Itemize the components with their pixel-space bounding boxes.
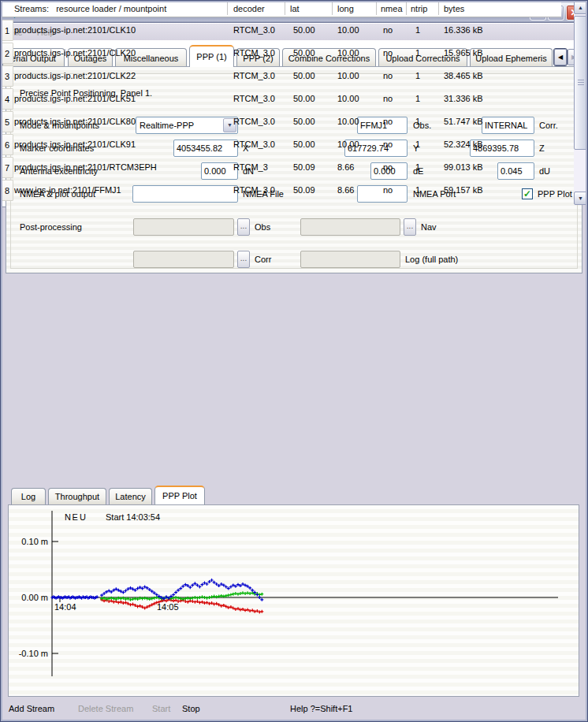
- post-obs-browse-button[interactable]: ...: [237, 218, 250, 236]
- cell-long: 8.66: [337, 179, 354, 202]
- svg-text:0.10 m: 0.10 m: [21, 537, 48, 546]
- cell-bytes: 38.465 kB: [444, 65, 483, 87]
- row-number[interactable]: 2: [1, 43, 13, 64]
- tab-throughput[interactable]: Throughput: [48, 488, 106, 504]
- row-number[interactable]: 4: [1, 88, 13, 110]
- triangle-up-icon: ▲: [578, 5, 583, 10]
- cell-lat: 50.00: [293, 42, 315, 65]
- post-corr-field: [133, 251, 234, 268]
- cell-mountpoint: www.igs-ip.net:2101/FFMJ1: [14, 179, 121, 202]
- delete-stream-button: Delete Stream: [78, 704, 133, 713]
- action-bar: Help ?=Shift+F1 Add StreamDelete StreamS…: [2, 698, 586, 720]
- stop-button[interactable]: Stop: [182, 704, 200, 713]
- help-shortcut-label: Help ?=Shift+F1: [290, 704, 353, 713]
- scroll-down-button[interactable]: ▼: [574, 192, 587, 205]
- cell-nmea: no: [383, 42, 393, 65]
- svg-text:14:04: 14:04: [54, 602, 76, 612]
- post-nav-browse-button[interactable]: ...: [404, 218, 416, 236]
- post-obs-label: Obs: [255, 218, 270, 236]
- post-corr-label: Corr: [255, 251, 271, 268]
- svg-text:E: E: [73, 512, 78, 522]
- cell-mountpoint: products.igs-ip.net:2101/CLK91: [14, 133, 136, 156]
- tab-log[interactable]: Log: [11, 488, 46, 504]
- cell-lat: 50.09: [293, 179, 315, 202]
- col-bytes[interactable]: bytes: [444, 0, 464, 17]
- row-number[interactable]: 8: [1, 180, 13, 201]
- cell-ntrip: 1: [415, 19, 420, 42]
- cell-lat: 50.00: [293, 19, 315, 42]
- post-nav-label: Nav: [421, 218, 437, 236]
- table-row[interactable]: 4products.igs-ip.net:2101/CLK51RTCM_3.05…: [0, 87, 561, 110]
- row-number[interactable]: 3: [1, 65, 13, 87]
- cell-bytes: 15.965 kB: [444, 42, 483, 65]
- row-number[interactable]: 6: [1, 134, 13, 155]
- cell-decoder: RTCM_3.0: [233, 65, 275, 87]
- cell-ntrip: 1: [415, 179, 420, 202]
- cell-long: 10.00: [337, 110, 359, 133]
- svg-text:-0.10 m: -0.10 m: [19, 649, 48, 658]
- cell-long: 10.00: [337, 19, 359, 42]
- cell-nmea: no: [383, 110, 393, 133]
- col-streams[interactable]: Streams: resource loader / mountpoint: [14, 0, 166, 17]
- cell-decoder: RTCM_3.0: [233, 133, 275, 156]
- cell-lat: 50.00: [293, 87, 315, 110]
- streams-table-header: Streams: resource loader / mountpoint de…: [0, 0, 561, 17]
- cell-lat: 50.09: [293, 156, 315, 179]
- svg-text:N: N: [65, 512, 71, 522]
- start-button: Start: [152, 704, 170, 713]
- tab-ppp-1-[interactable]: PPP (1): [189, 45, 234, 67]
- table-scrollbar[interactable]: ▲ ▼: [574, 1, 587, 205]
- triangle-down-icon: ▼: [578, 195, 583, 201]
- svg-text:0.00 m: 0.00 m: [21, 593, 48, 602]
- post-label: Post-processing: [20, 218, 82, 236]
- row-number[interactable]: 1: [1, 20, 13, 41]
- cell-mountpoint: products.igs-ip.net:2101/CLK51: [14, 87, 136, 110]
- post-log-label: Log (full path): [405, 251, 458, 268]
- cell-nmea: no: [383, 133, 393, 156]
- cell-long: 10.00: [337, 133, 359, 156]
- table-row[interactable]: 5products.igs-ip.net:2101/CLK80RTCM_3.05…: [0, 110, 561, 133]
- cell-lat: 50.00: [293, 110, 315, 133]
- output-tab-strip: LogThroughputLatencyPPP Plot: [0, 486, 588, 504]
- cell-decoder: RTCM_3.0: [233, 42, 275, 65]
- cell-decoder: RTCM_3.0: [233, 110, 275, 133]
- cell-ntrip: 1: [415, 133, 420, 156]
- col-decoder[interactable]: decoder: [233, 0, 265, 17]
- cell-mountpoint: products.igs-ip.net:2101/RTCM3EPH: [14, 156, 157, 179]
- streams-table: Streams: resource loader / mountpoint de…: [0, 0, 577, 207]
- tab-ppp-plot[interactable]: PPP Plot: [154, 486, 205, 504]
- cell-long: 10.00: [337, 65, 359, 87]
- table-row[interactable]: 7products.igs-ip.net:2101/RTCM3EPHRTCM_3…: [0, 156, 561, 179]
- table-row[interactable]: 3products.igs-ip.net:2101/CLK22RTCM_3.05…: [0, 65, 561, 87]
- row-number[interactable]: 5: [1, 111, 13, 132]
- cell-mountpoint: products.igs-ip.net:2101/CLK20: [14, 42, 136, 65]
- cell-decoder: RTCM_3.0: [233, 19, 275, 42]
- svg-text:Start 14:03:54: Start 14:03:54: [106, 512, 160, 522]
- table-row[interactable]: 8www.igs-ip.net:2101/FFMJ1RTCM_3.050.098…: [0, 179, 561, 202]
- scroll-up-button[interactable]: ▲: [574, 1, 587, 14]
- col-long[interactable]: long: [337, 0, 354, 17]
- cell-nmea: no: [383, 65, 393, 87]
- post-nav-field: [300, 218, 400, 236]
- row-number[interactable]: 7: [1, 157, 13, 178]
- post-corr-browse-button[interactable]: ...: [237, 251, 250, 268]
- table-row[interactable]: 1products.igs-ip.net:2101/CLK10RTCM_3.05…: [0, 19, 561, 42]
- col-nmea[interactable]: nmea: [381, 0, 403, 17]
- scrollbar-thumb[interactable]: [574, 16, 587, 150]
- table-row[interactable]: 2products.igs-ip.net:2101/CLK20RTCM_3.05…: [0, 42, 561, 65]
- table-row[interactable]: 6products.igs-ip.net:2101/CLK91RTCM_3.05…: [0, 133, 561, 156]
- cell-bytes: 59.157 kB: [444, 179, 483, 202]
- cell-long: 8.66: [337, 156, 354, 179]
- cell-bytes: 31.336 kB: [444, 87, 483, 110]
- cell-decoder: RTCM_3.0: [233, 87, 275, 110]
- cell-mountpoint: products.igs-ip.net:2101/CLK80: [14, 110, 136, 133]
- post-log-field: [300, 251, 400, 268]
- cell-decoder: RTCM_3: [233, 156, 268, 179]
- add-stream-button[interactable]: Add Stream: [9, 704, 54, 713]
- app-window: BKG Ntrip Client (BNC) Version 2.6 ✕ Fil…: [0, 0, 588, 722]
- cell-ntrip: 1: [415, 110, 420, 133]
- tab-latency[interactable]: Latency: [109, 488, 152, 504]
- col-ntrip[interactable]: ntrip: [411, 0, 427, 17]
- cell-ntrip: 1: [415, 65, 420, 87]
- col-lat[interactable]: lat: [290, 0, 300, 17]
